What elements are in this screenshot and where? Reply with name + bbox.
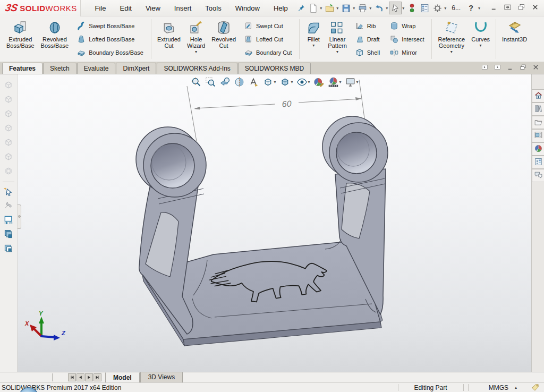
- dropdown-caret-icon[interactable]: ▾: [320, 6, 322, 11]
- rebuild-button[interactable]: [405, 2, 418, 14]
- pane-previous-button[interactable]: [478, 63, 491, 73]
- menu-window[interactable]: Window: [228, 1, 267, 16]
- dropdown-caret-icon[interactable]: ▾: [312, 44, 314, 48]
- swept-cut-button[interactable]: Swept Cut: [241, 19, 294, 32]
- help-button[interactable]: ?: [465, 2, 478, 14]
- dynamic-annotation-views-button[interactable]: [246, 75, 260, 88]
- dropdown-caret-icon[interactable]: ▾: [339, 80, 342, 84]
- reference-geometry-button[interactable]: ReferenceGeometry▾: [435, 18, 468, 61]
- tab-dimxpert[interactable]: DimXpert: [116, 63, 156, 74]
- tab-features[interactable]: Features: [2, 63, 42, 74]
- menu-edit[interactable]: Edit: [113, 1, 138, 16]
- menu-tools[interactable]: Tools: [198, 1, 228, 16]
- task-pane-home-button[interactable]: [532, 89, 544, 103]
- dropdown-caret-icon[interactable]: ▾: [478, 6, 480, 11]
- sketch-select-button[interactable]: [2, 185, 15, 199]
- shell-button[interactable]: Shell: [352, 46, 382, 59]
- zoom-to-fit-button[interactable]: [189, 75, 203, 88]
- dropdown-caret-icon[interactable]: ▾: [444, 6, 446, 11]
- doc-close-button[interactable]: [529, 63, 542, 73]
- open-document-button[interactable]: [323, 2, 336, 14]
- tab-evaluate[interactable]: Evaluate: [77, 63, 116, 74]
- nav-next-button[interactable]: [85, 373, 93, 381]
- display-pane-button[interactable]: [2, 214, 15, 227]
- dropdown-caret-icon[interactable]: ▾: [450, 50, 453, 54]
- hole-wizard-button[interactable]: HoleWizard▾: [184, 18, 208, 61]
- draft-button[interactable]: Draft: [352, 32, 382, 46]
- search-button[interactable]: 6...: [447, 2, 465, 14]
- task-pane-custom-properties-button[interactable]: [532, 156, 544, 169]
- paste-appearance-button[interactable]: [2, 242, 15, 256]
- pushpin-icon[interactable]: [296, 2, 307, 14]
- menu-help[interactable]: Help: [267, 1, 295, 16]
- revolved-boss-base-button[interactable]: RevolvedBoss/Base: [38, 18, 72, 61]
- previous-view-button[interactable]: [217, 75, 232, 88]
- display-style-button[interactable]: ▾: [277, 75, 294, 88]
- dropdown-caret-icon[interactable]: ▾: [356, 80, 359, 84]
- task-pane-appearances-scenes-button[interactable]: [532, 142, 544, 156]
- graphics-area[interactable]: ▾▾▾▾▾: [18, 74, 531, 372]
- task-pane-file-explorer-button[interactable]: [532, 116, 544, 129]
- linear-pattern-button[interactable]: LinearPattern▾: [325, 18, 350, 61]
- close-button[interactable]: [528, 2, 542, 14]
- copy-appearance-button[interactable]: [2, 228, 15, 242]
- instant3d-button[interactable]: Instant3D: [499, 18, 530, 61]
- view-orientation-button[interactable]: ▾: [260, 75, 277, 88]
- boundary-boss-base-button[interactable]: Boundary Boss/Base: [74, 46, 146, 59]
- nav-last-button[interactable]: [94, 373, 101, 381]
- extruded-cut-button[interactable]: ExtrudedCut: [154, 18, 184, 61]
- sheet-tab-3d-views[interactable]: 3D Views: [140, 372, 183, 383]
- nav-prev-button[interactable]: [76, 373, 84, 381]
- dropdown-caret-icon[interactable]: ▾: [274, 80, 276, 84]
- extruded-boss-base-button[interactable]: ExtrudedBoss/Base: [3, 18, 38, 61]
- view-settings-button[interactable]: ▾: [343, 75, 360, 88]
- tab-solidworks-add-ins[interactable]: SOLIDWORKS Add-Ins: [157, 63, 237, 74]
- units-caret-icon[interactable]: ▴: [513, 385, 531, 390]
- lofted-cut-button[interactable]: Lofted Cut: [241, 32, 294, 46]
- save-button[interactable]: [339, 2, 352, 14]
- boundary-cut-button[interactable]: Boundary Cut: [241, 46, 294, 59]
- file-properties-button[interactable]: [418, 2, 431, 14]
- featuremanager-splitter[interactable]: [18, 204, 21, 229]
- pane-next-button[interactable]: [491, 63, 504, 73]
- mirror-button[interactable]: Mirror: [387, 46, 427, 59]
- dropdown-caret-icon[interactable]: ▾: [369, 6, 371, 11]
- revolved-cut-button[interactable]: RevolvedCut: [208, 18, 239, 61]
- doc-minimize-button[interactable]: [504, 63, 516, 73]
- curves-button[interactable]: Curves▾: [468, 18, 493, 61]
- sheet-tab-model[interactable]: Model: [105, 372, 140, 383]
- search-text[interactable]: 6...: [448, 4, 464, 12]
- cascade-button[interactable]: [514, 2, 528, 14]
- zoom-to-area-button[interactable]: [203, 75, 217, 88]
- doc-restore-button[interactable]: [516, 63, 529, 73]
- resize-horizontal-button[interactable]: [500, 2, 514, 14]
- dropdown-caret-icon[interactable]: ▾: [353, 6, 355, 11]
- task-pane-design-library-button[interactable]: [532, 103, 544, 116]
- menu-file[interactable]: File: [88, 1, 113, 16]
- wrap-button[interactable]: Wrap: [387, 19, 427, 32]
- dropdown-caret-icon[interactable]: ▾: [386, 6, 388, 11]
- apply-scene-button[interactable]: ▾: [326, 75, 343, 88]
- minimize-button[interactable]: [487, 2, 500, 14]
- tab-sketch[interactable]: Sketch: [43, 63, 76, 74]
- dropdown-caret-icon[interactable]: ▾: [402, 6, 404, 11]
- status-units[interactable]: MMGS: [471, 384, 513, 391]
- tag-icon[interactable]: [531, 383, 540, 392]
- new-document-button[interactable]: [307, 2, 319, 14]
- dropdown-caret-icon[interactable]: ▾: [308, 80, 310, 84]
- tab-solidworks-mbd[interactable]: SOLIDWORKS MBD: [238, 63, 311, 74]
- dropdown-caret-icon[interactable]: ▾: [291, 80, 293, 84]
- dimension-value[interactable]: 60: [282, 99, 292, 108]
- dropdown-caret-icon[interactable]: ▾: [480, 44, 482, 48]
- task-pane-view-palette-button[interactable]: [532, 129, 544, 142]
- section-view-button[interactable]: [232, 75, 246, 88]
- undo-button[interactable]: [372, 2, 385, 14]
- rib-button[interactable]: Rib: [352, 19, 382, 32]
- model-3d-view[interactable]: 60: [18, 74, 531, 372]
- menu-view[interactable]: View: [139, 1, 167, 16]
- dropdown-caret-icon[interactable]: ▾: [336, 50, 338, 54]
- select-button[interactable]: [389, 2, 402, 14]
- intersect-button[interactable]: Intersect: [387, 32, 427, 46]
- dropdown-caret-icon[interactable]: ▾: [336, 6, 338, 11]
- edit-appearance-button[interactable]: [312, 75, 326, 88]
